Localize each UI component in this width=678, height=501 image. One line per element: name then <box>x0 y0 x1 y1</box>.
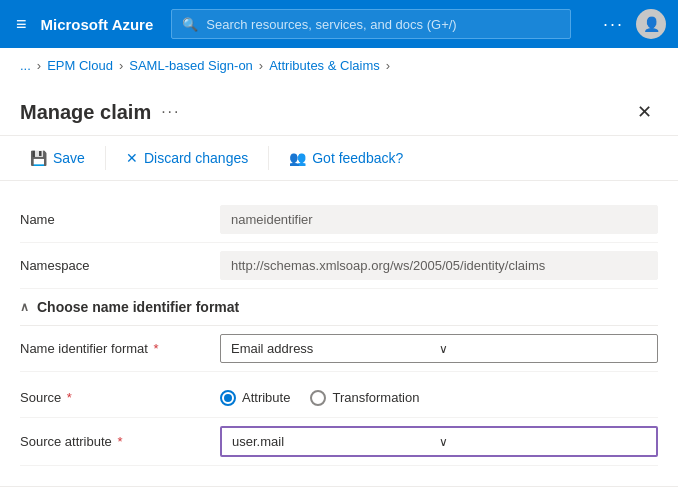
attribute-radio-inner <box>224 394 232 402</box>
close-button[interactable]: ✕ <box>631 99 658 125</box>
name-identifier-format-value: Email address <box>231 341 439 356</box>
name-identifier-section-toggle[interactable]: ∧ Choose name identifier format <box>20 289 658 326</box>
search-icon: 🔍 <box>182 17 198 32</box>
required-star-3: * <box>114 434 123 449</box>
panel-more-icon[interactable]: ··· <box>161 103 180 121</box>
source-radio-group: Attribute Transformation <box>220 390 658 406</box>
attribute-radio-outer <box>220 390 236 406</box>
close-icon: ✕ <box>637 102 652 122</box>
breadcrumb-attributes[interactable]: Attributes & Claims <box>269 58 380 73</box>
manage-claim-panel: Manage claim ··· ✕ 💾 Save ✕ Discard chan… <box>0 83 678 501</box>
transformation-radio-item[interactable]: Transformation <box>310 390 419 406</box>
attribute-radio-label: Attribute <box>242 390 290 405</box>
form-area: Name nameidentifier Namespace http://sch… <box>0 181 678 482</box>
breadcrumb-sep-2: › <box>259 58 263 73</box>
topbar-more-icon[interactable]: ··· <box>603 14 624 35</box>
save-icon: 💾 <box>30 150 47 166</box>
avatar-icon: 👤 <box>643 16 660 32</box>
toolbar-divider-1 <box>105 146 106 170</box>
feedback-icon: 👥 <box>289 150 306 166</box>
source-attribute-dropdown[interactable]: user.mail ∨ <box>220 426 658 457</box>
name-identifier-format-row: Name identifier format * Email address ∨ <box>20 326 658 372</box>
source-attribute-arrow: ∨ <box>439 435 646 449</box>
attribute-radio-item[interactable]: Attribute <box>220 390 290 406</box>
search-input[interactable] <box>206 17 560 32</box>
app-name: Microsoft Azure <box>41 16 154 33</box>
feedback-label: Got feedback? <box>312 150 403 166</box>
breadcrumb: ... › EPM Cloud › SAML-based Sign-on › A… <box>0 48 678 83</box>
topbar: ≡ Microsoft Azure 🔍 ··· 👤 <box>0 0 678 48</box>
source-attribute-value: user.mail <box>232 434 439 449</box>
source-label: Source * <box>20 390 220 405</box>
feedback-button[interactable]: 👥 Got feedback? <box>279 144 413 172</box>
breadcrumb-sep-0: › <box>37 58 41 73</box>
avatar[interactable]: 👤 <box>636 9 666 39</box>
required-star-2: * <box>63 390 72 405</box>
toolbar: 💾 Save ✕ Discard changes 👥 Got feedback? <box>0 136 678 181</box>
discard-button[interactable]: ✕ Discard changes <box>116 144 258 172</box>
breadcrumb-saml[interactable]: SAML-based Sign-on <box>129 58 253 73</box>
topbar-right: ··· 👤 <box>603 9 666 39</box>
required-star-1: * <box>150 341 159 356</box>
save-label: Save <box>53 150 85 166</box>
name-label: Name <box>20 212 220 227</box>
name-identifier-section-label: Choose name identifier format <box>37 299 239 315</box>
name-value: nameidentifier <box>220 205 658 234</box>
namespace-label: Namespace <box>20 258 220 273</box>
hamburger-icon[interactable]: ≡ <box>12 10 31 39</box>
namespace-value: http://schemas.xmlsoap.org/ws/2005/05/id… <box>220 251 658 280</box>
discard-icon: ✕ <box>126 150 138 166</box>
transformation-radio-label: Transformation <box>332 390 419 405</box>
source-attribute-row: Source attribute * user.mail ∨ <box>20 418 658 466</box>
breadcrumb-epm-cloud[interactable]: EPM Cloud <box>47 58 113 73</box>
breadcrumb-sep-3: › <box>386 58 390 73</box>
claim-conditions-section[interactable]: ∨ Claim conditions <box>0 486 678 501</box>
toolbar-divider-2 <box>268 146 269 170</box>
toggle-expand-icon: ∧ <box>20 300 29 314</box>
transformation-radio-outer <box>310 390 326 406</box>
panel-header: Manage claim ··· ✕ <box>0 83 678 136</box>
name-identifier-format-dropdown[interactable]: Email address ∨ <box>220 334 658 363</box>
namespace-row: Namespace http://schemas.xmlsoap.org/ws/… <box>20 243 658 289</box>
save-button[interactable]: 💾 Save <box>20 144 95 172</box>
breadcrumb-sep-1: › <box>119 58 123 73</box>
breadcrumb-dots[interactable]: ... <box>20 58 31 73</box>
name-identifier-format-label: Name identifier format * <box>20 341 220 356</box>
panel-title-row: Manage claim ··· <box>20 101 181 124</box>
source-attribute-label: Source attribute * <box>20 434 220 449</box>
name-identifier-format-arrow: ∨ <box>439 342 647 356</box>
name-row: Name nameidentifier <box>20 197 658 243</box>
source-row: Source * Attribute Transformation <box>20 378 658 418</box>
search-bar[interactable]: 🔍 <box>171 9 571 39</box>
discard-label: Discard changes <box>144 150 248 166</box>
panel-title: Manage claim <box>20 101 151 124</box>
